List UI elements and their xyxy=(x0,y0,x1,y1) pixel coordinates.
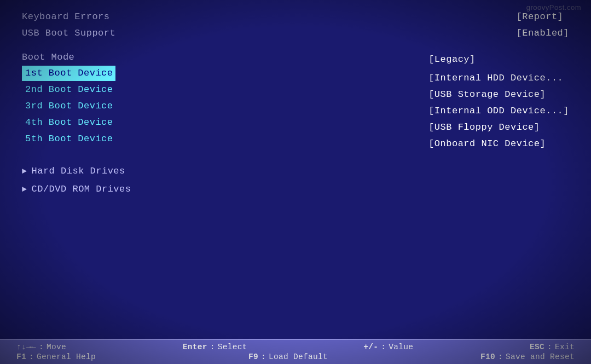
top-section: Keyboard Errors USB Boot Support [Report… xyxy=(22,10,569,40)
hint-enter-desc: Select xyxy=(218,343,247,351)
hint-f1: F1 : General Help xyxy=(16,353,96,361)
hard-disk-drives-item[interactable]: ► Hard Disk Drives xyxy=(22,164,569,180)
hint-f9: F9 : Load Default xyxy=(248,353,328,361)
hint-f1-sep: : xyxy=(29,353,34,361)
boot-value-4th: [USB Floppy Device] xyxy=(428,120,569,135)
boot-mode-label: Boot Mode xyxy=(22,52,115,62)
top-left: Keyboard Errors USB Boot Support xyxy=(22,10,115,40)
hint-esc: ESC : Exit xyxy=(530,343,575,351)
hint-esc-key: ESC xyxy=(530,343,544,351)
usb-boot-support-value: [Enabled] xyxy=(517,26,569,41)
hint-enter-sep: : xyxy=(210,343,215,351)
boot-value-2nd: [USB Storage Device] xyxy=(428,87,569,102)
hint-f9-key: F9 xyxy=(248,353,258,361)
hint-esc-sep: : xyxy=(547,343,552,351)
hint-enter: Enter : Select xyxy=(183,343,247,351)
hint-f1-key: F1 xyxy=(16,353,26,361)
hint-value-key: +/- xyxy=(363,343,378,351)
main-content: groovyPost.com Keyboard Errors USB Boot … xyxy=(0,0,591,339)
hint-move-sep: : xyxy=(39,343,44,351)
hint-f9-sep: : xyxy=(261,353,266,361)
hint-move-desc: Move xyxy=(47,343,66,351)
hint-enter-key: Enter xyxy=(183,343,207,351)
top-right: [Report] [Enabled] xyxy=(517,10,569,40)
hard-disk-arrow-icon: ► xyxy=(22,165,27,179)
keyboard-errors-value: [Report] xyxy=(517,10,569,24)
boot-value-5th: [Onboard NIC Device] xyxy=(428,136,569,152)
usb-boot-support-label: USB Boot Support xyxy=(22,26,115,41)
hint-f10-desc: Save and Reset xyxy=(506,353,575,361)
hint-value: +/- : Value xyxy=(363,343,413,351)
drives-section: ► Hard Disk Drives ► CD/DVD ROM Drives xyxy=(22,164,569,198)
boot-value-3rd: [Internal ODD Device...] xyxy=(428,103,569,119)
boot-device-1st[interactable]: 1st Boot Device xyxy=(22,66,115,81)
boot-device-2nd[interactable]: 2nd Boot Device xyxy=(22,82,115,97)
boot-device-3rd[interactable]: 3rd Boot Device xyxy=(22,99,115,114)
boot-device-4th[interactable]: 4th Boot Device xyxy=(22,115,115,130)
hint-value-desc: Value xyxy=(389,343,413,351)
hard-disk-drives-label: Hard Disk Drives xyxy=(32,164,125,180)
watermark: groovyPost.com xyxy=(526,3,581,11)
cdvd-arrow-icon: ► xyxy=(22,183,27,197)
hint-move: ↑↓→← : Move xyxy=(16,343,66,351)
boot-right: [Legacy] [Internal HDD Device... [USB St… xyxy=(428,52,569,152)
hint-f1-desc: General Help xyxy=(37,353,96,361)
hint-f10-sep: : xyxy=(498,353,503,361)
keyboard-errors-label: Keyboard Errors xyxy=(22,10,115,24)
hint-f9-desc: Load Default xyxy=(269,353,328,361)
bottom-bar: ↑↓→← : Move Enter : Select +/- : Value E… xyxy=(0,339,591,364)
boot-value-1st: [Internal HDD Device... xyxy=(428,71,569,86)
bios-screen: groovyPost.com Keyboard Errors USB Boot … xyxy=(0,0,591,364)
boot-device-5th[interactable]: 5th Boot Device xyxy=(22,131,115,147)
boot-section: Boot Mode 1st Boot Device 2nd Boot Devic… xyxy=(22,52,569,152)
hint-f10-key: F10 xyxy=(480,353,495,361)
hint-value-sep: : xyxy=(381,343,386,351)
cdvd-rom-drives-item[interactable]: ► CD/DVD ROM Drives xyxy=(22,182,569,198)
hint-move-key: ↑↓→← xyxy=(16,343,36,351)
cdvd-rom-drives-label: CD/DVD ROM Drives xyxy=(32,182,131,198)
hint-row-2: F1 : General Help F9 : Load Default F10 … xyxy=(16,353,575,361)
hint-row-1: ↑↓→← : Move Enter : Select +/- : Value E… xyxy=(16,343,575,351)
hint-f10: F10 : Save and Reset xyxy=(480,353,575,361)
hint-esc-desc: Exit xyxy=(555,343,575,351)
boot-left: Boot Mode 1st Boot Device 2nd Boot Devic… xyxy=(22,52,115,152)
boot-mode-value: [Legacy] xyxy=(428,52,569,67)
